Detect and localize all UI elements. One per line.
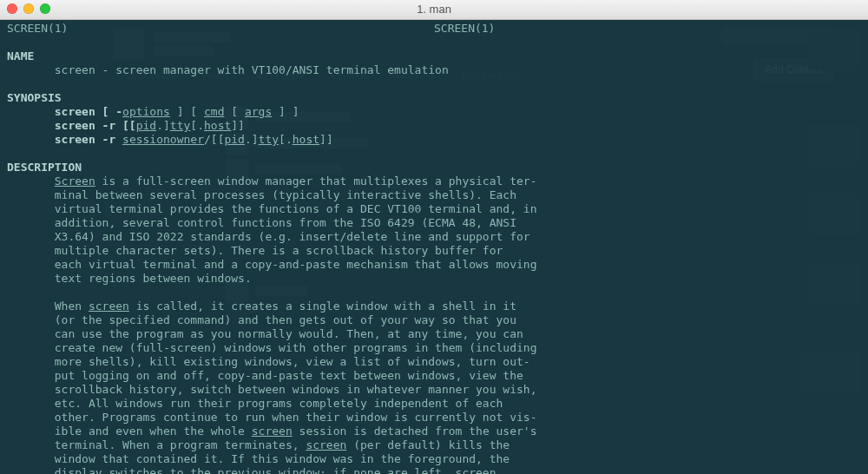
window-titlebar: 1. man xyxy=(0,0,868,20)
window-title: 1. man xyxy=(0,0,868,19)
description-line: When screen is called, it creates a sing… xyxy=(7,300,861,313)
description-line: virtual terminal provides the functions … xyxy=(7,202,861,216)
description-line: other. Programs continue to run when the… xyxy=(7,411,861,425)
section-description: DESCRIPTION xyxy=(7,161,861,174)
terminal[interactable]: SCREEN(1) SCREEN(1) NAME screen - screen… xyxy=(0,20,868,474)
description-line: X3.64) and ISO 2022 standards (e.g. inse… xyxy=(7,230,861,244)
description-line: more shells), kill existing windows, vie… xyxy=(7,355,861,369)
description-line: scrollback history, switch between windo… xyxy=(7,383,861,397)
name-line: screen - screen manager with VT100/ANSI … xyxy=(7,63,861,77)
description-line: (or the specified command) and then gets… xyxy=(7,313,861,327)
section-synopsis: SYNOPSIS xyxy=(7,91,861,105)
section-name: NAME xyxy=(7,49,861,63)
description-line: etc. All windows run their programs comp… xyxy=(7,397,861,411)
synopsis-line: screen -r [[pid.]tty[.host]] xyxy=(7,119,861,133)
description-line: minal between several processes (typical… xyxy=(7,188,861,202)
description-line: each virtual terminal and a copy-and-pas… xyxy=(7,258,861,272)
synopsis-line: screen -r sessionowner/[[pid.]tty[.host]… xyxy=(7,133,861,147)
man-header-mid: SCREEN(1) xyxy=(68,22,861,36)
description-line: text regions between windows. xyxy=(7,272,861,286)
description-line: Screen is a full-screen window manager t… xyxy=(7,174,861,188)
description-line: window that contained it. If this window… xyxy=(7,452,861,466)
description-line: multiple character sets). There is a scr… xyxy=(7,244,861,258)
description-line: display switches to the previous window;… xyxy=(7,466,861,474)
description-line: create new (full-screen) windows with ot… xyxy=(7,341,861,355)
synopsis-line: screen [ -options ] [ cmd [ args ] ] xyxy=(7,105,861,119)
description-line: put logging on and off, copy-and-paste t… xyxy=(7,369,861,383)
description-line: ible and even when the whole screen sess… xyxy=(7,425,861,438)
man-header-left: SCREEN(1) xyxy=(7,22,68,36)
description-line: addition, several control functions from… xyxy=(7,216,861,230)
description-line: can use the program as you normally woul… xyxy=(7,327,861,341)
description-line: terminal. When a program terminates, scr… xyxy=(7,438,861,452)
